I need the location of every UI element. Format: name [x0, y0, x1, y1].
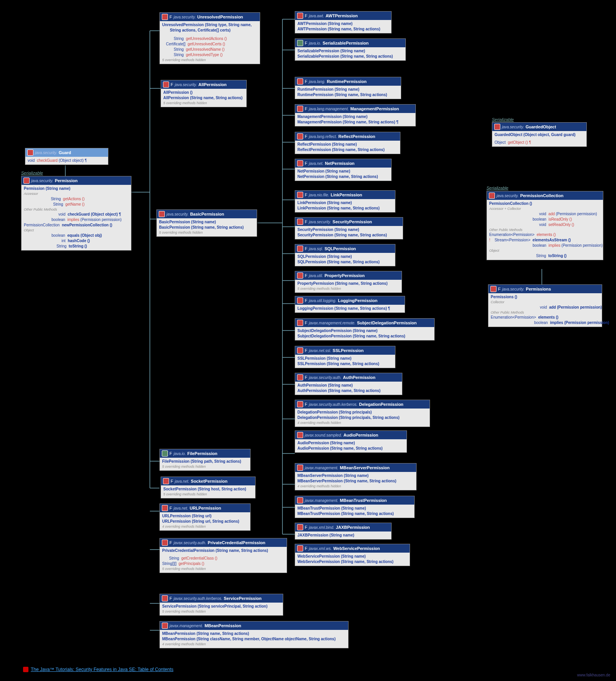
class-header: Fjava.security.AllPermission [161, 80, 246, 89]
class-icon [297, 347, 303, 354]
class-icon [297, 160, 303, 166]
class-web-service-permission: Fjavax.xml.ws.WebServicePermissionWebSer… [295, 544, 410, 566]
class-icon [297, 432, 303, 438]
class-icon [297, 374, 303, 380]
class-icon [297, 272, 303, 279]
class-logging-permission: Fjava.util.logging.LoggingPermissionLogg… [295, 296, 405, 313]
class-auth-permission: Fjavax.security.auth.AuthPermissionAuthP… [295, 373, 402, 395]
class-icon [159, 211, 165, 217]
class-file-permission: Fjava.io.FilePermission FilePermission (… [159, 449, 251, 471]
class-icon [163, 478, 169, 484]
class-all-permission: Fjava.security.AllPermission AllPermissi… [161, 80, 247, 107]
class-icon [162, 14, 168, 20]
class-url-permission: Fjava.net.URLPermission URLPermission (S… [159, 503, 251, 531]
class-delegation-permission: Fjavax.security.auth.kerberos.Delegation… [295, 400, 430, 427]
class-net-permission: Fjava.net.NetPermissionNetPermission (St… [295, 159, 392, 181]
interface-icon [27, 149, 33, 156]
class-runtime-permission: Fjava.lang.RuntimePermissionRuntimePermi… [295, 77, 401, 99]
oracle-icon [23, 667, 28, 672]
class-permissions: Fjava.security.Permissions Permissions (… [488, 284, 602, 327]
class-jaxb-permission: Fjavax.xml.bind.JAXBPermissionJAXBPermis… [295, 523, 392, 540]
class-icon [162, 505, 168, 511]
class-icon [297, 219, 303, 225]
class-icon [297, 297, 303, 304]
class-service-permission: Fjavax.security.auth.kerberos.ServicePer… [159, 594, 283, 616]
class-socket-permission: Fjava.net.SocketPermission SocketPermiss… [161, 477, 256, 498]
class-icon [162, 623, 168, 629]
class-icon [297, 497, 303, 503]
class-icon [23, 178, 30, 184]
class-reflect-permission: Fjava.lang.reflect.ReflectPermissionRefl… [295, 132, 400, 154]
class-subject-delegation-permission: Fjavax.management.remote.SubjectDelegati… [295, 318, 435, 340]
class-icon [490, 286, 496, 292]
class-header: Fjava.security.UnresolvedPermission [160, 13, 260, 21]
class-audio-permission: javax.sound.sampled.AudioPermissionAudio… [295, 430, 407, 453]
class-basic-permission: java.security.BasicPermission BasicPermi… [156, 209, 257, 237]
class-icon [297, 78, 303, 85]
class-body: void checkGuard (Object object) ¶ [25, 157, 108, 164]
class-icon [162, 595, 168, 601]
class-header: java.security.BasicPermission [157, 210, 257, 218]
class-mbean-server-permission: javax.management.MBeanServerPermissionMB… [295, 463, 417, 490]
class-icon [297, 320, 303, 326]
class-mbean-permission: javax.management.MBeanPermission MBeanPe… [159, 621, 349, 648]
watermark: www.falkhausen.de [577, 673, 610, 677]
class-awt-permission: Fjava.awt.AWTPermissionAWTPermission (St… [295, 11, 392, 33]
class-permission: java.security.Permission Permission (Str… [21, 176, 131, 251]
class-header: java.security.Guard [25, 148, 108, 157]
class-guard: java.security.Guard void checkGuard (Obj… [25, 148, 108, 165]
class-link-permission: Fjava.nio.file.LinkPermissionLinkPermiss… [295, 190, 395, 213]
tutorial-link[interactable]: The Java™ Tutorials: Security Features i… [31, 667, 173, 672]
class-icon [297, 40, 303, 46]
serializable-label: Serializable [492, 117, 514, 122]
connector-lines [0, 0, 616, 681]
class-icon [163, 81, 169, 88]
class-property-permission: Fjava.util.PropertyPermissionPropertyPer… [295, 271, 402, 293]
class-icon [494, 124, 500, 130]
class-permission-collection: java.security.PermissionCollection Permi… [486, 191, 603, 260]
class-icon [162, 450, 168, 457]
class-icon [162, 540, 168, 546]
class-icon [297, 524, 303, 530]
class-security-permission: Fjava.security.SecurityPermissionSecurit… [295, 217, 403, 239]
class-sql-permission: Fjava.sql.SQLPermissionSQLPermission (St… [295, 244, 395, 266]
class-icon [297, 545, 303, 551]
serializable-label: Serializable [486, 186, 508, 190]
class-unresolved-permission: Fjava.security.UnresolvedPermission Unre… [159, 12, 260, 64]
class-guarded-object: java.security.GuardedObject GuardedObjec… [492, 122, 587, 147]
class-header: java.security.Permission [22, 176, 131, 185]
class-icon [489, 193, 495, 199]
class-icon [297, 465, 303, 471]
class-icon [297, 192, 303, 198]
class-ssl-permission: Fjavax.net.ssl.SSLPermissionSSLPermissio… [295, 346, 395, 368]
class-body: UnresolvedPermission (String type, Strin… [160, 21, 260, 64]
class-icon [297, 133, 303, 140]
class-private-credential-permission: Fjavax.security.auth.PrivateCredentialPe… [159, 538, 287, 573]
class-management-permission: Fjava.lang.management.ManagementPermissi… [295, 104, 416, 126]
serializable-label: Serializable [21, 171, 43, 175]
class-mbean-trust-permission: javax.management.MBeanTrustPermissionMBe… [295, 496, 415, 518]
class-serializable-permission: Fjava.io.SerializablePermissionSerializa… [295, 38, 406, 61]
class-icon [297, 246, 303, 252]
class-body: Permission (String name) Accessor String… [22, 185, 131, 250]
class-icon [297, 13, 303, 19]
class-icon [297, 401, 303, 407]
class-icon [297, 106, 303, 112]
